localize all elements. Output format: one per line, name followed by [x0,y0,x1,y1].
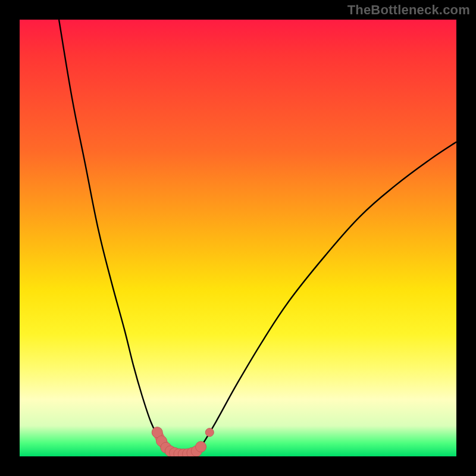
outlier-point-group [205,428,214,437]
chart-svg [20,20,456,456]
stage: TheBottleneck.com [0,0,476,476]
outlier-point [205,428,214,437]
highlighted-points-group [152,427,206,456]
left-branch-curve [59,20,170,451]
right-branch-path [196,142,456,452]
plot-area [20,20,456,456]
right-branch-curve [196,142,456,452]
highlighted-point [196,441,206,452]
attribution-text: TheBottleneck.com [347,2,470,18]
left-branch-path [59,20,170,451]
